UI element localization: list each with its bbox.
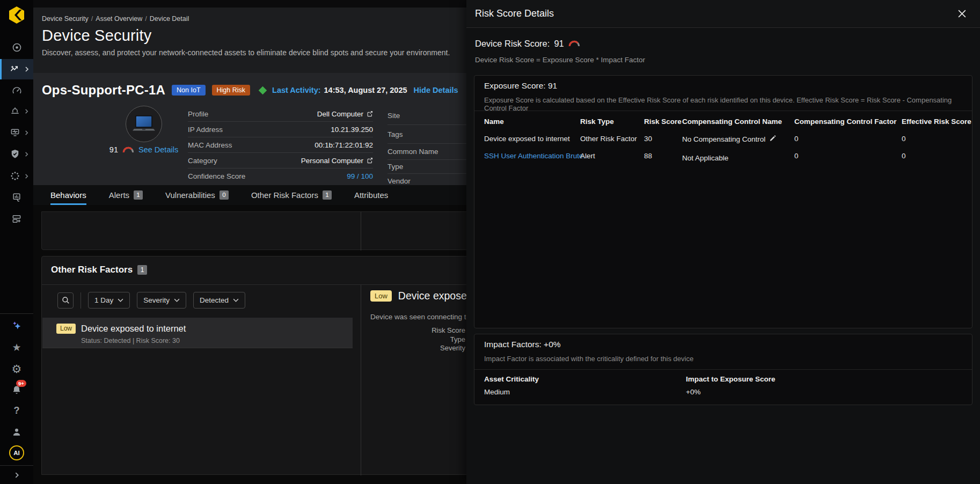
sidebar-item-notifications[interactable]: 9+: [0, 380, 33, 400]
detail-label-risk-score: Risk Score: [370, 326, 465, 335]
field-label: Profile: [188, 110, 208, 118]
target-icon: [11, 42, 23, 53]
cell-control-name: Not Applicable: [682, 154, 728, 162]
tab-label: Alerts: [109, 190, 129, 200]
device-risk-score-label: Device Risk Score:: [475, 39, 550, 49]
device-risk-score: 91: [109, 145, 118, 154]
risk-factor-status: Status: Detected | Risk Score: 30: [81, 337, 186, 344]
status-dropdown[interactable]: Detected: [193, 292, 245, 309]
cell-impact-value: +0%: [686, 388, 700, 396]
chevron-right-icon: [24, 109, 29, 114]
cell-control-name: No Compensating Control: [682, 135, 776, 143]
sidebar-item-help[interactable]: ?: [0, 401, 33, 420]
detail-label-severity: Severity: [370, 344, 465, 353]
sidebar-item-favorites[interactable]: ★: [0, 338, 33, 357]
sidebar-item-devices[interactable]: [0, 123, 33, 142]
search-button[interactable]: [57, 292, 74, 309]
field-value: Dell Computer: [317, 110, 363, 118]
tab-count-badge: 1: [134, 190, 143, 200]
severity-dropdown[interactable]: Severity: [137, 292, 186, 309]
tab-alerts[interactable]: Alerts 1: [109, 185, 143, 205]
col-header-impact-to-exposure-score: Impact to Exposure Score: [686, 375, 776, 383]
external-link-icon[interactable]: [367, 111, 373, 117]
last-activity-label: Last Activity:: [272, 86, 321, 94]
cell-risk-score: 30: [644, 135, 652, 143]
breadcrumb-device-detail[interactable]: Device Detail: [150, 15, 189, 23]
sidebar-item-overview[interactable]: [0, 38, 33, 57]
question-mark-icon: ?: [14, 406, 20, 415]
device-fields: Profile Dell Computer IP Address 10.21.3…: [188, 106, 373, 184]
edit-pencil-icon[interactable]: [769, 135, 776, 142]
sidebar-bottom-divider: [0, 465, 33, 466]
confidence-score-value[interactable]: 99 / 100: [347, 172, 373, 180]
cortex-logo-icon[interactable]: [0, 4, 33, 26]
field-value: 10.21.39.250: [331, 126, 373, 134]
breadcrumb-device-security[interactable]: Device Security: [42, 15, 89, 23]
chevron-right-icon: [24, 67, 30, 72]
tab-vulnerabilities[interactable]: Vulnerabilities 0: [165, 185, 229, 205]
risk-score-details-panel: Risk Score Details Device Risk Score: 91…: [466, 0, 980, 484]
hide-details-link[interactable]: Hide Details: [414, 86, 458, 94]
page-description: Discover, assess, and protect your netwo…: [42, 48, 450, 57]
section-count-badge: 1: [137, 265, 147, 275]
col-header-risk-score: Risk Score: [644, 118, 682, 126]
sidebar-item-discovery[interactable]: [0, 166, 33, 186]
trend-sparkle-icon: [10, 64, 20, 75]
sidebar-item-alerts[interactable]: [0, 101, 33, 121]
sidebar-item-integrations[interactable]: [0, 209, 33, 229]
impact-heading: Impact Factors: +0%: [484, 340, 561, 349]
risk-level-badge: High Risk: [212, 85, 251, 96]
exposure-description: Exposure Score is calculated based on th…: [484, 96, 972, 112]
sidebar-item-device-security-active[interactable]: [0, 59, 33, 79]
dropdown-value: 1 Day: [94, 296, 113, 304]
cell-risk-type: Alert: [580, 152, 595, 160]
sidebar-item-dashboard[interactable]: [0, 81, 33, 100]
laptop-icon: [131, 114, 156, 134]
close-icon: [957, 9, 967, 18]
chevron-right-icon: [24, 152, 29, 157]
tab-attributes[interactable]: Attributes: [354, 185, 388, 205]
field-row-category: Category Personal Computer: [188, 153, 373, 168]
chevron-right-icon: [24, 130, 29, 135]
detail-field-labels: Risk Score Type Severity: [370, 326, 465, 353]
device-risk-score-value: 91: [554, 39, 564, 49]
tab-label: Other Risk Factors: [251, 190, 318, 200]
app-root: ★ ⚙ 9+ ? AI: [0, 0, 980, 484]
control-name-text: No Compensating Control: [682, 135, 765, 143]
logo-hexagon: [8, 6, 26, 24]
person-icon: [11, 427, 22, 437]
see-details-link[interactable]: See Details: [138, 145, 178, 154]
page-title: Device Security: [42, 27, 151, 45]
sidebar-item-settings[interactable]: ⚙: [0, 359, 33, 378]
sidebar-item-ai-assistant[interactable]: AI: [0, 444, 33, 462]
panel-header: Risk Score Details: [466, 0, 980, 28]
risk-factor-list-item[interactable]: Low Device exposed to internet Status: D…: [42, 318, 353, 348]
sidebar-item-compliance[interactable]: [0, 144, 33, 164]
sidebar-collapse-toggle[interactable]: [0, 466, 33, 484]
sidebar-item-reports[interactable]: [0, 188, 33, 207]
chevron-down-icon: [118, 298, 123, 302]
external-link-icon[interactable]: [367, 157, 373, 164]
col-header-name: Name: [484, 118, 504, 126]
risk-score-formula: Device Risk Score = Exposure Score * Imp…: [475, 56, 645, 64]
star-icon: ★: [12, 342, 21, 353]
close-button[interactable]: [955, 8, 968, 20]
breadcrumb-asset-overview[interactable]: Asset Overview: [96, 15, 142, 23]
device-risk-score-row: Device Risk Score: 91: [475, 39, 580, 49]
sidebar-item-copilot[interactable]: [0, 316, 33, 335]
boxes-plus-icon: [11, 214, 22, 224]
cell-name-link[interactable]: SSH User Authentication Brute...: [484, 152, 589, 160]
tab-other-risk-factors[interactable]: Other Risk Factors 1: [251, 185, 332, 205]
monitor-pulse-icon: [10, 127, 20, 138]
dropdown-value: Detected: [200, 296, 229, 304]
chevron-down-icon: [233, 298, 239, 302]
tab-behaviors[interactable]: Behaviors: [50, 185, 86, 205]
card-divider: [474, 111, 972, 111]
last-activity-value: 14:53, August 27, 2025: [324, 86, 407, 94]
panel-title: Risk Score Details: [475, 8, 554, 19]
sidebar-item-profile[interactable]: [0, 422, 33, 442]
time-range-dropdown[interactable]: 1 Day: [88, 292, 130, 309]
field-row-profile: Profile Dell Computer: [188, 106, 373, 122]
field-value: 00:1b:71:22:01:92: [315, 141, 373, 149]
field-label: Category: [188, 157, 217, 165]
